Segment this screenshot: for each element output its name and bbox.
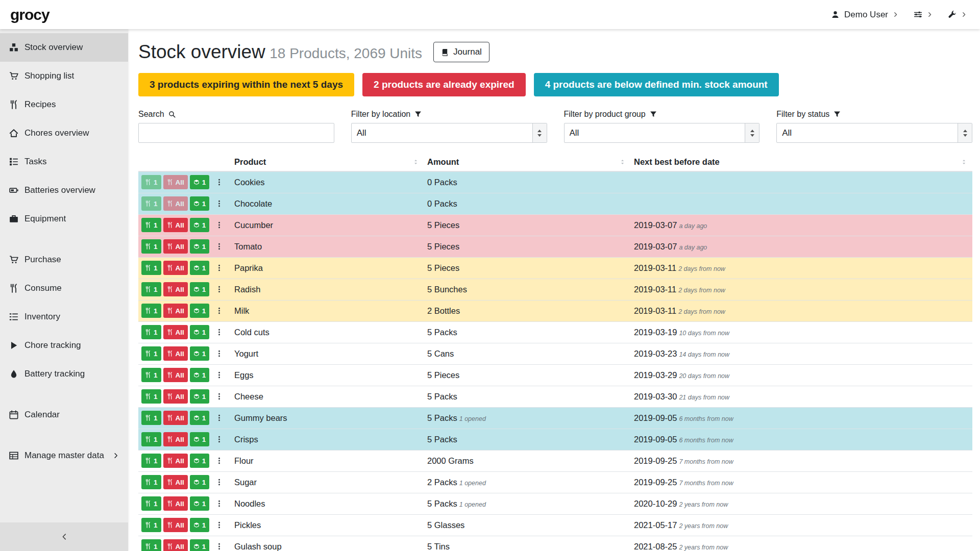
- consume-all-button[interactable]: All: [163, 368, 188, 382]
- consume-one-button[interactable]: 1: [141, 304, 161, 318]
- consume-all-button[interactable]: All: [163, 518, 188, 532]
- consume-all-button[interactable]: All: [163, 475, 188, 489]
- row-menu-button[interactable]: [215, 371, 223, 379]
- open-one-button[interactable]: 1: [190, 239, 210, 254]
- open-one-button[interactable]: 1: [190, 346, 210, 361]
- consume-all-button[interactable]: All: [163, 304, 188, 318]
- consume-all-button[interactable]: All: [163, 496, 188, 511]
- sidebar-item-batteries-overview[interactable]: Batteries overview: [0, 176, 128, 205]
- sidebar-item-chores-overview[interactable]: Chores overview: [0, 119, 128, 147]
- product-group-filter-select[interactable]: All: [564, 123, 760, 143]
- expired-alert[interactable]: 2 products are already expired: [362, 73, 526, 96]
- consume-one-button[interactable]: 1: [141, 496, 161, 511]
- consume-all-button[interactable]: All: [163, 282, 188, 296]
- consume-one-button[interactable]: 1: [141, 196, 161, 211]
- open-one-button[interactable]: 1: [190, 389, 210, 404]
- consume-one-button[interactable]: 1: [141, 218, 161, 232]
- consume-one-button[interactable]: 1: [141, 475, 161, 489]
- consume-all-button[interactable]: All: [163, 346, 188, 361]
- consume-one-button[interactable]: 1: [141, 518, 161, 532]
- open-one-button[interactable]: 1: [190, 454, 210, 468]
- consume-all-button[interactable]: All: [163, 196, 188, 211]
- row-menu-button[interactable]: [215, 285, 223, 293]
- below-min-stock-alert[interactable]: 4 products are below defined min. stock …: [534, 73, 779, 96]
- consume-all-button[interactable]: All: [163, 175, 188, 189]
- sidebar-item-consume[interactable]: Consume: [0, 274, 128, 303]
- search-input[interactable]: [138, 123, 334, 143]
- consume-all-button[interactable]: All: [163, 239, 188, 254]
- sidebar-item-recipes[interactable]: Recipes: [0, 90, 128, 119]
- consume-one-button[interactable]: 1: [141, 454, 161, 468]
- consume-one-button[interactable]: 1: [141, 411, 161, 425]
- expiring-alert[interactable]: 3 products expiring within the next 5 da…: [138, 73, 354, 96]
- open-one-button[interactable]: 1: [190, 175, 210, 189]
- sidebar-item-inventory[interactable]: Inventory: [0, 303, 128, 331]
- row-menu-button[interactable]: [215, 264, 223, 272]
- admin-menu[interactable]: [948, 10, 967, 19]
- open-one-button[interactable]: 1: [190, 368, 210, 382]
- open-one-button[interactable]: 1: [190, 411, 210, 425]
- row-menu-button[interactable]: [215, 328, 223, 336]
- open-one-button[interactable]: 1: [190, 325, 210, 339]
- consume-all-button[interactable]: All: [163, 389, 188, 404]
- status-filter-select[interactable]: All: [776, 123, 972, 143]
- consume-one-button[interactable]: 1: [141, 346, 161, 361]
- row-menu-button[interactable]: [215, 435, 223, 443]
- sidebar-item-manage-master-data[interactable]: Manage master data: [0, 441, 128, 470]
- row-menu-button[interactable]: [215, 499, 223, 508]
- row-menu-button[interactable]: [215, 199, 223, 208]
- sidebar-item-purchase[interactable]: Purchase: [0, 245, 128, 274]
- row-menu-button[interactable]: [215, 178, 223, 186]
- col-best-before[interactable]: Next best before date: [631, 155, 972, 171]
- sort-icon[interactable]: [961, 158, 968, 166]
- row-menu-button[interactable]: [215, 457, 223, 465]
- consume-one-button[interactable]: 1: [141, 175, 161, 189]
- open-one-button[interactable]: 1: [190, 539, 210, 551]
- consume-all-button[interactable]: All: [163, 325, 188, 339]
- col-amount[interactable]: Amount: [424, 155, 631, 171]
- sidebar-collapse-button[interactable]: [0, 522, 128, 551]
- open-one-button[interactable]: 1: [190, 218, 210, 232]
- row-menu-button[interactable]: [215, 392, 223, 400]
- row-menu-button[interactable]: [215, 542, 223, 550]
- open-one-button[interactable]: 1: [190, 496, 210, 511]
- journal-button[interactable]: Journal: [433, 42, 489, 62]
- consume-one-button[interactable]: 1: [141, 239, 161, 254]
- consume-one-button[interactable]: 1: [141, 368, 161, 382]
- row-menu-button[interactable]: [215, 242, 223, 251]
- sort-icon[interactable]: [619, 158, 627, 166]
- consume-one-button[interactable]: 1: [141, 539, 161, 551]
- open-one-button[interactable]: 1: [190, 196, 210, 211]
- sidebar-item-tasks[interactable]: Tasks: [0, 147, 128, 176]
- sort-icon[interactable]: [412, 158, 420, 166]
- sidebar-item-equipment[interactable]: Equipment: [0, 205, 128, 233]
- consume-all-button[interactable]: All: [163, 411, 188, 425]
- consume-one-button[interactable]: 1: [141, 389, 161, 404]
- row-menu-button[interactable]: [215, 414, 223, 422]
- consume-one-button[interactable]: 1: [141, 261, 161, 275]
- sidebar-item-calendar[interactable]: Calendar: [0, 400, 128, 429]
- open-one-button[interactable]: 1: [190, 475, 210, 489]
- consume-one-button[interactable]: 1: [141, 432, 161, 446]
- consume-one-button[interactable]: 1: [141, 282, 161, 296]
- consume-all-button[interactable]: All: [163, 539, 188, 551]
- consume-one-button[interactable]: 1: [141, 325, 161, 339]
- consume-all-button[interactable]: All: [163, 261, 188, 275]
- consume-all-button[interactable]: All: [163, 432, 188, 446]
- user-menu[interactable]: Demo User: [831, 10, 898, 20]
- row-menu-button[interactable]: [215, 221, 223, 229]
- row-menu-button[interactable]: [215, 478, 223, 486]
- col-product[interactable]: Product: [231, 155, 424, 171]
- open-one-button[interactable]: 1: [190, 432, 210, 446]
- row-menu-button[interactable]: [215, 307, 223, 315]
- location-filter-select[interactable]: All: [351, 123, 547, 143]
- settings-menu[interactable]: [914, 10, 933, 19]
- open-one-button[interactable]: 1: [190, 282, 210, 296]
- sidebar-item-chore-tracking[interactable]: Chore tracking: [0, 331, 128, 360]
- sidebar-item-stock-overview[interactable]: Stock overview: [0, 33, 128, 62]
- row-menu-button[interactable]: [215, 349, 223, 358]
- open-one-button[interactable]: 1: [190, 518, 210, 532]
- consume-all-button[interactable]: All: [163, 454, 188, 468]
- consume-all-button[interactable]: All: [163, 218, 188, 232]
- sidebar-item-shopping-list[interactable]: Shopping list: [0, 62, 128, 90]
